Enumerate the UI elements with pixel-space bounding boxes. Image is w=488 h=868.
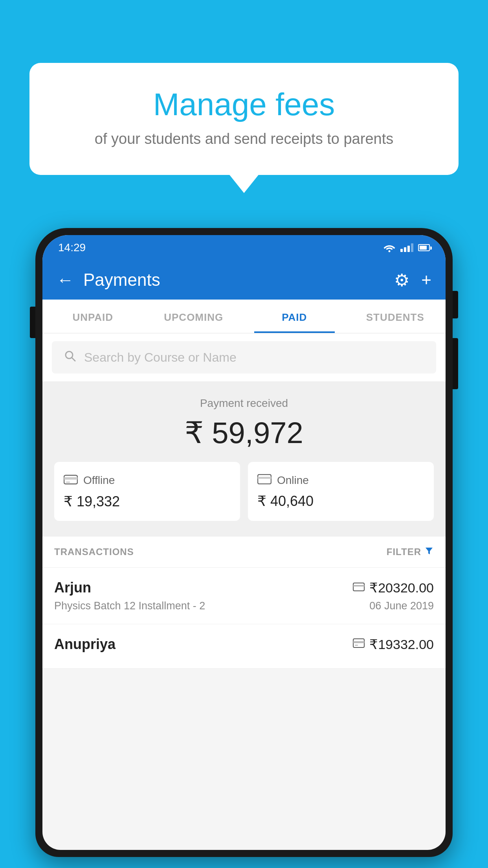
online-amount: ₹ 40,640	[257, 493, 424, 509]
svg-rect-6	[258, 474, 271, 484]
svg-rect-12	[353, 641, 364, 643]
search-container: Search by Course or Name	[42, 333, 446, 381]
battery-icon	[418, 244, 430, 251]
svg-rect-10	[353, 585, 364, 587]
transaction-row[interactable]: Arjun ₹20320.00 Physics Batch 12 Install…	[42, 568, 446, 624]
phone-wrapper: 14:29	[35, 228, 453, 868]
transaction-amount-wrapper: ₹19332.00	[353, 636, 434, 652]
status-bar: 14:29	[42, 235, 446, 260]
header-icons: ⚙ +	[394, 270, 431, 290]
app-header: ← Payments ⚙ +	[42, 260, 446, 300]
transaction-name: Anupriya	[54, 636, 116, 653]
online-label: Online	[277, 474, 309, 487]
tooltip-subtitle: of your students and send receipts to pa…	[49, 131, 439, 147]
settings-icon[interactable]: ⚙	[394, 270, 409, 290]
transaction-row-top: Arjun ₹20320.00	[54, 579, 434, 596]
svg-rect-7	[258, 477, 271, 479]
transaction-row[interactable]: Anupriya ₹19332.00	[42, 624, 446, 669]
offline-payment-card: Offline ₹ 19,332	[54, 462, 240, 521]
signal-icon	[400, 243, 413, 252]
volume-up-button	[453, 338, 458, 389]
offline-amount: ₹ 19,332	[64, 493, 231, 510]
filter-wrapper[interactable]: FILTER	[387, 546, 434, 558]
page-title: Payments	[83, 270, 385, 290]
tab-upcoming[interactable]: UPCOMING	[143, 300, 244, 333]
transaction-amount-wrapper: ₹20320.00	[353, 580, 434, 596]
online-icon	[257, 473, 272, 487]
add-icon[interactable]: +	[421, 270, 431, 290]
payment-cards: Offline ₹ 19,332 Online ₹ 40,640	[54, 462, 434, 521]
transaction-course: Physics Batch 12 Installment - 2	[54, 600, 205, 612]
svg-rect-13	[355, 645, 358, 646]
tab-unpaid[interactable]: UNPAID	[42, 300, 143, 333]
svg-line-2	[72, 358, 75, 361]
filter-label: FILTER	[387, 546, 421, 557]
transactions-header: TRANSACTIONS FILTER	[42, 537, 446, 568]
transaction-payment-icon	[353, 638, 365, 651]
search-placeholder: Search by Course or Name	[84, 350, 237, 365]
wifi-icon	[383, 243, 396, 252]
online-card-header: Online	[257, 473, 424, 487]
svg-rect-4	[64, 477, 77, 480]
svg-marker-8	[426, 548, 433, 554]
status-time: 14:29	[58, 241, 86, 254]
phone-screen: 14:29	[42, 235, 446, 850]
phone-outer: 14:29	[35, 228, 453, 857]
tooltip-card: Manage fees of your students and send re…	[29, 63, 459, 175]
transaction-name: Arjun	[54, 579, 91, 596]
search-icon	[64, 349, 76, 366]
tooltip-title: Manage fees	[49, 86, 439, 123]
filter-icon	[424, 546, 434, 558]
payment-total-amount: ₹ 59,972	[54, 415, 434, 450]
payment-summary: Payment received ₹ 59,972 Offline ₹ 19,3…	[42, 381, 446, 537]
tab-students[interactable]: STUDENTS	[345, 300, 446, 333]
transaction-row-top: Anupriya ₹19332.00	[54, 636, 434, 653]
power-button	[453, 291, 458, 318]
svg-rect-9	[353, 583, 364, 591]
transaction-amount: ₹19332.00	[369, 636, 434, 652]
svg-point-0	[389, 250, 391, 252]
tab-bar: UNPAID UPCOMING PAID STUDENTS	[42, 300, 446, 333]
transaction-date: 06 June 2019	[369, 600, 434, 612]
transactions-label: TRANSACTIONS	[54, 546, 134, 557]
tab-paid[interactable]: PAID	[244, 300, 345, 333]
status-icons	[383, 243, 430, 252]
online-payment-card: Online ₹ 40,640	[248, 462, 434, 521]
transaction-amount: ₹20320.00	[369, 580, 434, 596]
offline-label: Offline	[83, 474, 115, 487]
back-button[interactable]: ←	[57, 270, 74, 290]
payment-received-label: Payment received	[54, 397, 434, 410]
offline-icon	[64, 473, 78, 488]
offline-card-header: Offline	[64, 473, 231, 488]
transaction-row-bottom: Physics Batch 12 Installment - 2 06 June…	[54, 600, 434, 612]
volume-button	[30, 307, 35, 338]
search-bar[interactable]: Search by Course or Name	[52, 341, 436, 373]
svg-rect-5	[66, 482, 70, 483]
transaction-payment-icon	[353, 581, 365, 594]
